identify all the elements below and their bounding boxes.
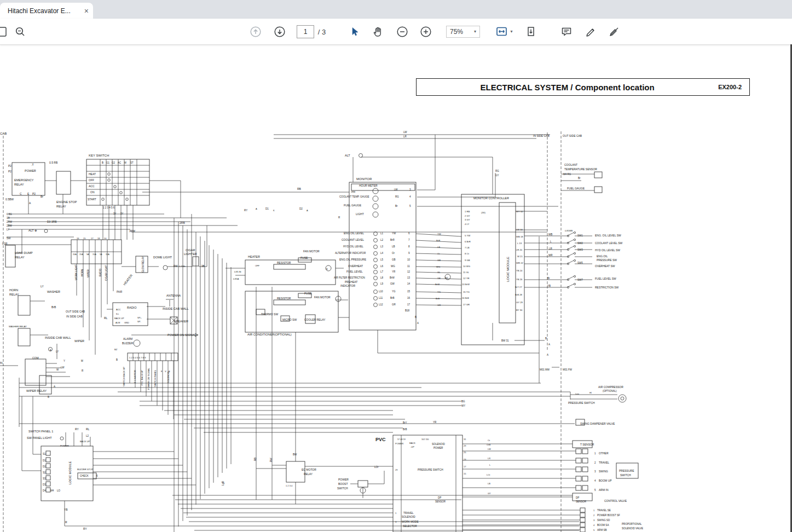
diagram-label: G2 [112, 161, 115, 164]
diagram-label: 1 [593, 509, 595, 512]
diagram-label: RW [270, 458, 273, 462]
diagram-label: LW 34 [516, 228, 523, 231]
diagram-label: DP [576, 496, 579, 499]
diagram-label: LO [57, 489, 61, 492]
diagram-label: DOME LIGHT [153, 256, 172, 259]
diagram-label: GND [124, 321, 129, 324]
diagram-label: 18 [97, 237, 100, 240]
wire [417, 135, 435, 190]
wire [567, 240, 574, 243]
diagram-label: WG [391, 265, 395, 268]
diagram-label: RB [254, 458, 257, 461]
diagram-label: 1 2 3 4 [286, 484, 293, 487]
wire [33, 396, 41, 454]
wire [567, 261, 574, 264]
diagram-label: AIR CONDITIONER(OPTIONAL) [247, 333, 292, 336]
zoom-in-button[interactable] [420, 26, 432, 38]
sidebar-panel-icon[interactable] [0, 25, 8, 38]
diagram-label: 4 [593, 524, 595, 527]
diagram-label: POWER BOOST SF [597, 514, 620, 517]
diagram-label: SWITCH PANEL 1 [28, 430, 53, 433]
component-circle [374, 282, 378, 286]
component-circle [574, 259, 575, 261]
tab-bar: Hitachi Excavator E... × [0, 0, 792, 19]
diagram-label: 0.5G [7, 213, 12, 216]
diagram-label: SWING DAMPENER VALVE [580, 422, 615, 425]
diagram-label: A [50, 349, 51, 351]
diagram-label: ENG.OIL PRESSURE [339, 258, 367, 261]
diagram-label: 29 [395, 469, 398, 471]
diagram-label: C [20, 192, 22, 195]
previous-page-button[interactable] [250, 26, 262, 38]
diagram-label: M4 [50, 489, 54, 492]
search-icon[interactable] [14, 26, 26, 38]
diagram-label: OUT SIDE CAB [66, 310, 85, 313]
zoom-level-dropdown[interactable]: 75% ▾ [446, 26, 480, 38]
diagram-label: HOUR METER [359, 184, 378, 187]
diagram-label: GR [392, 303, 396, 306]
diagram-label: 16 [77, 237, 79, 240]
diagram-label: OVERHEAT SW [595, 264, 615, 268]
diagram-label: HORN [0, 361, 3, 365]
wire [15, 229, 22, 253]
diagram-label: WB [548, 233, 552, 236]
diagram-label: A [307, 209, 308, 212]
diagram-label: RELAY [15, 256, 25, 259]
diagram-label: BUZZER STOP [77, 468, 93, 471]
diagram-label: BW 31 [501, 339, 509, 342]
diagram-label: 16 BrB [462, 297, 469, 299]
page-number-input[interactable] [297, 25, 314, 38]
comment-button[interactable] [560, 26, 573, 38]
diagram-label: HYD OIL LEVEL SW [595, 248, 620, 252]
component-box [18, 328, 30, 346]
diagram-label: 8 Or [465, 252, 470, 255]
diagram-label: LIGHTER [184, 252, 197, 256]
diagram-label: LW [488, 448, 491, 450]
diagram-label: 11 GL [463, 271, 470, 274]
hand-tool-button[interactable] [372, 26, 384, 38]
diagram-label: (OPTIONAL) [603, 390, 617, 392]
diagram-label: SWING [599, 470, 608, 473]
diagram-label: OVERHEAT [348, 264, 363, 268]
diagram-label: 12 YR [463, 277, 470, 280]
diagram-label: 3B [201, 265, 205, 268]
highlight-button[interactable] [585, 26, 597, 38]
diagram-label: B [545, 337, 547, 340]
select-tool-button[interactable] [349, 26, 360, 37]
component-box [41, 446, 93, 501]
component-box [582, 476, 588, 481]
wire [567, 246, 574, 250]
browser-tab[interactable]: Hitachi Excavator E... × [0, 3, 93, 19]
diagram-label: 15A [79, 253, 83, 256]
page-title: ELECTRICAL SYSTEM / Component location [417, 83, 718, 92]
erase-button[interactable] [608, 26, 620, 38]
diagram-label: 5 YW [465, 234, 470, 237]
diagram-label: FUEL LEVEL [346, 270, 363, 273]
zoom-out-button[interactable] [396, 26, 408, 38]
component-circle [102, 198, 105, 201]
diagram-label: 17 [91, 237, 94, 240]
diagram-label: WORK MODE [402, 521, 419, 523]
diagram-label: 17 [464, 465, 466, 468]
diagram-label: TRAVEL [403, 512, 414, 514]
diagram-label: FUSE [304, 292, 312, 295]
diagram-label: S2 [43, 471, 46, 474]
diagram-label: B [102, 161, 103, 164]
diagram-title-box: ELECTRICAL SYSTEM / Component location E… [416, 78, 750, 96]
tab-close-icon[interactable]: × [84, 7, 89, 15]
next-page-button[interactable] [274, 26, 286, 38]
component-circle [359, 154, 363, 158]
page-view-button[interactable] [525, 26, 537, 38]
diagram-label: BOOM UP [599, 479, 612, 482]
component-box [580, 523, 585, 527]
diagram-label: RESISTOR [277, 297, 291, 300]
component-circle [373, 196, 378, 201]
diagram-label: RELAY [9, 293, 19, 296]
fit-to-page-button[interactable]: ▾ [495, 26, 512, 38]
diagram-label: HI [589, 392, 592, 394]
diagram-label: START [88, 198, 96, 201]
diagram-label: 2BW [7, 224, 13, 227]
diagram-label: RG [495, 170, 499, 172]
diagram-label: LOGIC MODULE [68, 461, 72, 484]
diagram-label: BrB [403, 428, 407, 431]
